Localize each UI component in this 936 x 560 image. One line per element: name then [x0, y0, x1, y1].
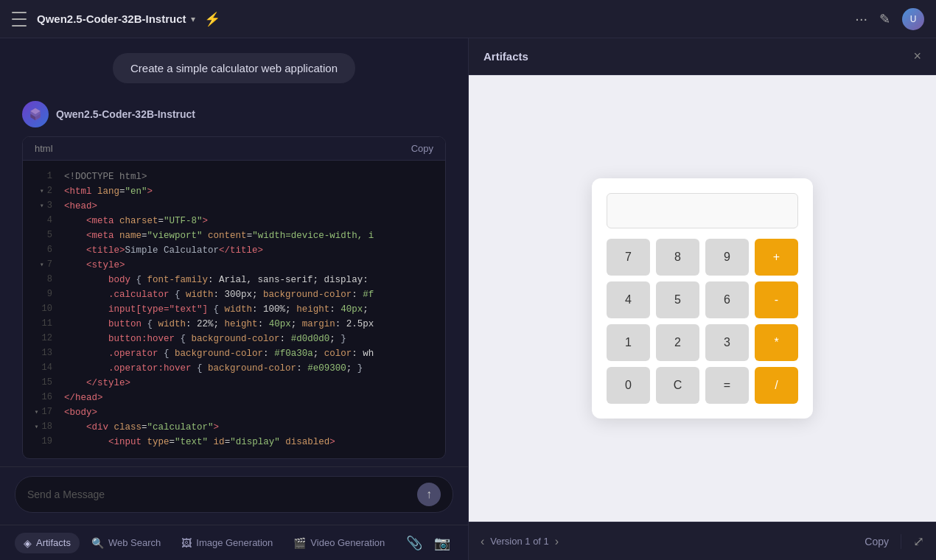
chat-input[interactable] [27, 489, 417, 500]
calculator-widget: 789+456-123*0C=/ [592, 178, 813, 419]
chevron-down-icon[interactable]: ▾ [191, 14, 195, 24]
assistant-avatar [22, 101, 49, 127]
calculator-buttons: 789+456-123*0C=/ [607, 239, 798, 404]
code-line-2: ▾2 <html lang="en"> [23, 184, 445, 199]
image-gen-icon: 🖼 [181, 537, 192, 549]
video-gen-icon: 🎬 [293, 537, 306, 549]
chat-area: Create a simple calculator web applicati… [0, 38, 468, 466]
calc-btn-plus[interactable]: + [755, 239, 798, 276]
code-lang-label: html [35, 143, 53, 154]
toolbar-right: 📎 📷 [403, 532, 453, 554]
assistant-name: Qwen2.5-Coder-32B-Instruct [56, 108, 195, 120]
artifacts-icon: ◈ [24, 537, 32, 549]
code-line-16: 16 </head> [23, 391, 445, 405]
left-panel: Create a simple calculator web applicati… [0, 38, 468, 560]
calc-btn-7[interactable]: 7 [607, 239, 650, 276]
footer-right: Copy ⤢ [865, 533, 924, 550]
footer-divider [901, 534, 901, 549]
bolt-icon[interactable]: ⚡ [204, 11, 220, 27]
calc-btn-divide[interactable]: / [755, 367, 798, 404]
assistant-block: Qwen2.5-Coder-32B-Instruct html Copy 1 <… [22, 101, 446, 459]
menu-icon[interactable] [12, 12, 27, 27]
calc-btn-1[interactable]: 1 [607, 324, 650, 361]
next-version-button[interactable]: › [555, 535, 559, 548]
calc-btn-0[interactable]: 0 [607, 367, 650, 404]
calc-btn-5[interactable]: 5 [656, 281, 699, 318]
send-button[interactable]: ↑ [417, 483, 441, 506]
right-panel: Artifacts × 789+456-123*0C=/ ‹ Version 1… [468, 38, 936, 560]
calc-btn-6[interactable]: 6 [705, 281, 749, 318]
code-line-4: 4 <meta charset="UTF-8"> [23, 214, 445, 228]
model-name[interactable]: Qwen2.5-Coder-32B-Instruct [37, 13, 186, 25]
expand-button[interactable]: ⤢ [913, 533, 924, 550]
code-line-10: 10 input[type="text"] { width: 100%; hei… [23, 302, 445, 317]
calc-btn-9[interactable]: 9 [705, 239, 749, 276]
code-line-14: 14 .operator:hover { background-color: #… [23, 361, 445, 376]
code-block-header: html Copy [23, 137, 445, 161]
code-line-3: ▾3 <head> [23, 199, 445, 214]
user-message: Create a simple calculator web applicati… [113, 53, 355, 83]
code-block: html Copy 1 <!DOCTYPE html> ▾2 <html lan… [22, 136, 446, 459]
artifacts-content: 789+456-123*0C=/ [469, 75, 936, 522]
artifacts-close-button[interactable]: × [913, 49, 921, 64]
code-line-17: ▾17 <body> [23, 405, 445, 420]
web-search-icon: 🔍 [91, 537, 104, 549]
chat-input-area: ↑ [0, 466, 468, 525]
code-line-15: 15 </style> [23, 376, 445, 391]
artifacts-label: Artifacts [36, 537, 71, 548]
code-line-11: 11 button { width: 22%; height: 40px; ma… [23, 317, 445, 332]
web-search-label: Web Search [108, 537, 161, 548]
edit-icon[interactable]: ✎ [879, 11, 890, 27]
code-line-5: 5 <meta name="viewport" content="width=d… [23, 228, 445, 243]
code-line-18: ▾18 <div class="calculator"> [23, 420, 445, 435]
input-wrapper: ↑ [15, 476, 453, 513]
calc-btn-C[interactable]: C [656, 367, 699, 404]
calc-btn-4[interactable]: 4 [607, 281, 650, 318]
code-content: 1 <!DOCTYPE html> ▾2 <html lang="en"> ▾3… [23, 161, 445, 458]
artifacts-footer: ‹ Version 1 of 1 › Copy ⤢ [469, 522, 936, 560]
avatar[interactable]: U [902, 8, 924, 30]
code-line-12: 12 button:hover { background-color: #d0d… [23, 332, 445, 346]
version-text: Version 1 of 1 [490, 536, 549, 547]
calc-btn-equals[interactable]: = [705, 367, 749, 404]
assistant-header: Qwen2.5-Coder-32B-Instruct [22, 101, 446, 127]
calc-btn-8[interactable]: 8 [656, 239, 699, 276]
video-gen-label: Video Generation [310, 537, 385, 548]
prev-version-button[interactable]: ‹ [481, 535, 484, 548]
artifacts-toolbar-btn[interactable]: ◈ Artifacts [15, 533, 80, 553]
top-header: Qwen2.5-Coder-32B-Instruct ▾ ⚡ ··· ✎ U [0, 0, 936, 38]
code-line-19: 19 <input type="text" id="display" disab… [23, 435, 445, 449]
main-area: Create a simple calculator web applicati… [0, 38, 936, 560]
calculator-display [607, 193, 798, 228]
code-line-7: ▾7 <style> [23, 258, 445, 273]
calc-btn-3[interactable]: 3 [705, 324, 749, 361]
web-search-toolbar-btn[interactable]: 🔍 Web Search [83, 533, 170, 553]
code-line-1: 1 <!DOCTYPE html> [23, 169, 445, 184]
calc-btn-minus[interactable]: - [755, 281, 798, 318]
code-line-6: 6 <title>Simple Calculator</title> [23, 243, 445, 258]
video-gen-toolbar-btn[interactable]: 🎬 Video Generation [284, 533, 394, 553]
code-copy-button[interactable]: Copy [411, 143, 433, 154]
more-options-icon[interactable]: ··· [855, 10, 867, 27]
bottom-toolbar: ◈ Artifacts 🔍 Web Search 🖼 Image Generat… [0, 525, 468, 560]
code-line-9: 9 .calculator { width: 300px; background… [23, 287, 445, 302]
attach-button[interactable]: 📎 [403, 532, 425, 554]
image-gen-toolbar-btn[interactable]: 🖼 Image Generation [172, 533, 282, 553]
calc-btn-multiply[interactable]: * [755, 324, 798, 361]
calc-btn-2[interactable]: 2 [656, 324, 699, 361]
header-right: ··· ✎ U [855, 8, 924, 30]
artifacts-copy-button[interactable]: Copy [865, 536, 889, 547]
artifacts-header: Artifacts × [469, 38, 936, 75]
camera-button[interactable]: 📷 [431, 532, 453, 554]
image-gen-label: Image Generation [196, 537, 273, 548]
artifacts-title: Artifacts [483, 50, 528, 63]
version-nav: ‹ Version 1 of 1 › [481, 535, 559, 548]
code-line-13: 13 .operator { background-color: #f0a30a… [23, 346, 445, 361]
code-line-8: 8 body { font-family: Arial, sans-serif;… [23, 273, 445, 287]
